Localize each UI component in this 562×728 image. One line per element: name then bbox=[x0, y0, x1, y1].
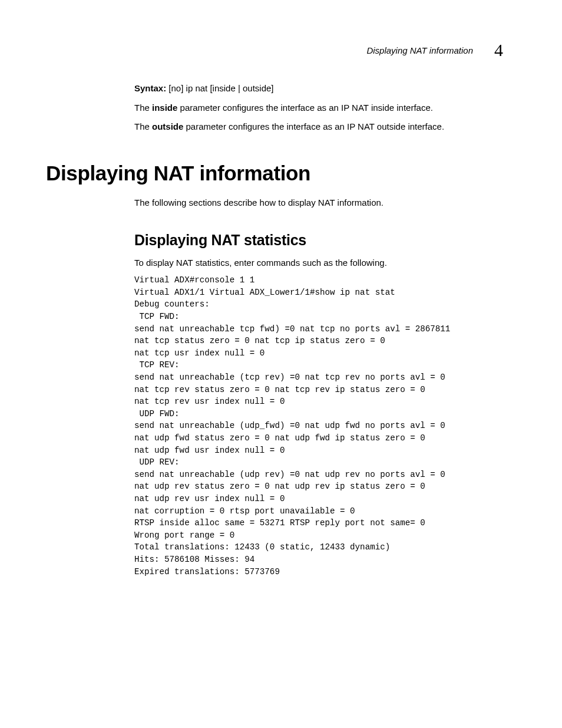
page: Displaying NAT information 4 Syntax: [no… bbox=[0, 0, 562, 728]
keyword-inside: inside bbox=[152, 103, 177, 113]
section-intro: The following sections describe how to d… bbox=[134, 196, 515, 209]
code-block: Virtual ADX#rconsole 1 1 Virtual ADX1/1 … bbox=[134, 274, 515, 578]
running-title: Displaying NAT information bbox=[366, 45, 473, 55]
body-area: Syntax: [no] ip nat [inside | outside] T… bbox=[134, 81, 515, 578]
stats-intro: To display NAT statistics, enter command… bbox=[134, 256, 515, 269]
paragraph-inside: The inside parameter configures the inte… bbox=[134, 101, 515, 114]
section-heading: Displaying NAT information bbox=[46, 162, 515, 185]
text: The bbox=[134, 103, 152, 113]
syntax-command: [no] ip nat [inside | outside] bbox=[168, 83, 273, 93]
paragraph-outside: The outside parameter configures the int… bbox=[134, 120, 515, 133]
text: parameter configures the interface as an… bbox=[177, 103, 433, 113]
keyword-outside: outside bbox=[152, 121, 183, 131]
running-header: Displaying NAT information 4 bbox=[366, 40, 503, 60]
subsection-heading: Displaying NAT statistics bbox=[134, 232, 515, 249]
syntax-line: Syntax: [no] ip nat [inside | outside] bbox=[134, 81, 515, 95]
text: parameter configures the interface as an… bbox=[183, 121, 444, 131]
chapter-number: 4 bbox=[494, 40, 503, 60]
text: The bbox=[134, 121, 152, 131]
syntax-label: Syntax: bbox=[134, 83, 166, 93]
